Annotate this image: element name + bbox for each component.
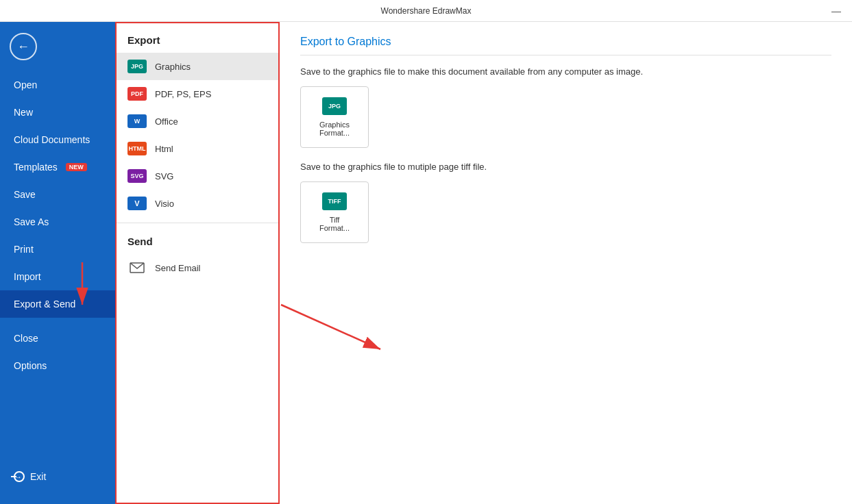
- email-icon: [127, 261, 147, 275]
- svg-icon: SVG: [127, 169, 147, 183]
- back-button[interactable]: ←: [10, 33, 37, 60]
- sidebar-item-import[interactable]: Import: [0, 263, 115, 290]
- pdf-icon: PDF: [127, 87, 147, 101]
- main-layout: ← Open New Cloud Documents Templates NEW…: [0, 22, 852, 504]
- middle-panel: Export JPG Graphics PDF PDF, PS, EPS W O…: [115, 22, 280, 504]
- sidebar-item-cloud-documents[interactable]: Cloud Documents: [0, 126, 115, 153]
- middle-item-visio[interactable]: V Visio: [117, 190, 278, 217]
- titlebar-title: Wondershare EdrawMax: [381, 6, 472, 16]
- visio-icon: V: [127, 197, 147, 210]
- middle-item-html[interactable]: HTML Html: [117, 135, 278, 162]
- middle-item-send-email[interactable]: Send Email: [117, 254, 278, 281]
- jpg-icon: JPG: [127, 60, 147, 73]
- exit-icon: →: [14, 471, 25, 482]
- sidebar-item-options[interactable]: Options: [0, 352, 115, 379]
- middle-item-svg[interactable]: SVG SVG: [117, 162, 278, 190]
- sidebar: ← Open New Cloud Documents Templates NEW…: [0, 22, 115, 504]
- middle-divider: [117, 223, 278, 223]
- middle-item-pdf[interactable]: PDF PDF, PS, EPS: [117, 80, 278, 108]
- sidebar-item-exit[interactable]: → Exit: [0, 463, 115, 490]
- sidebar-item-open[interactable]: Open: [0, 71, 115, 99]
- content-panel: Export to Graphics Save to the graphics …: [280, 22, 852, 504]
- sidebar-item-close[interactable]: Close: [0, 325, 115, 352]
- tiff-format-card[interactable]: TIFF TiffFormat...: [300, 181, 369, 243]
- sidebar-item-new[interactable]: New: [0, 99, 115, 126]
- graphics-format-card[interactable]: JPG GraphicsFormat...: [300, 86, 369, 148]
- sidebar-item-save[interactable]: Save: [0, 181, 115, 208]
- graphics-format-icon: JPG: [322, 97, 347, 115]
- content-desc1: Save to the graphics file to make this d…: [300, 66, 831, 77]
- titlebar-controls: —: [820, 0, 852, 21]
- sidebar-item-save-as[interactable]: Save As: [0, 208, 115, 236]
- html-icon: HTML: [127, 142, 147, 155]
- send-section: Send Send Email: [117, 229, 278, 281]
- minimize-button[interactable]: —: [820, 0, 852, 22]
- send-section-title: Send: [117, 229, 278, 254]
- content-title: Export to Graphics: [300, 36, 831, 55]
- format-cards-row1: JPG GraphicsFormat...: [300, 86, 831, 148]
- tiff-format-icon: TIFF: [322, 192, 347, 210]
- middle-item-graphics[interactable]: JPG Graphics: [117, 53, 278, 80]
- titlebar: Wondershare EdrawMax —: [0, 0, 852, 22]
- format-cards-row2: TIFF TiffFormat...: [300, 181, 831, 243]
- new-badge: NEW: [66, 163, 87, 171]
- sidebar-item-print[interactable]: Print: [0, 236, 115, 263]
- tiff-format-label: TiffFormat...: [319, 216, 350, 232]
- sidebar-item-templates[interactable]: Templates NEW: [0, 153, 115, 181]
- middle-item-office[interactable]: W Office: [117, 108, 278, 135]
- export-section-title: Export: [117, 23, 278, 53]
- sidebar-item-export-send[interactable]: Export & Send: [0, 290, 115, 318]
- content-desc2: Save to the graphics file to mutiple pag…: [300, 162, 831, 172]
- graphics-format-label: GraphicsFormat...: [319, 121, 350, 137]
- word-icon: W: [127, 114, 147, 128]
